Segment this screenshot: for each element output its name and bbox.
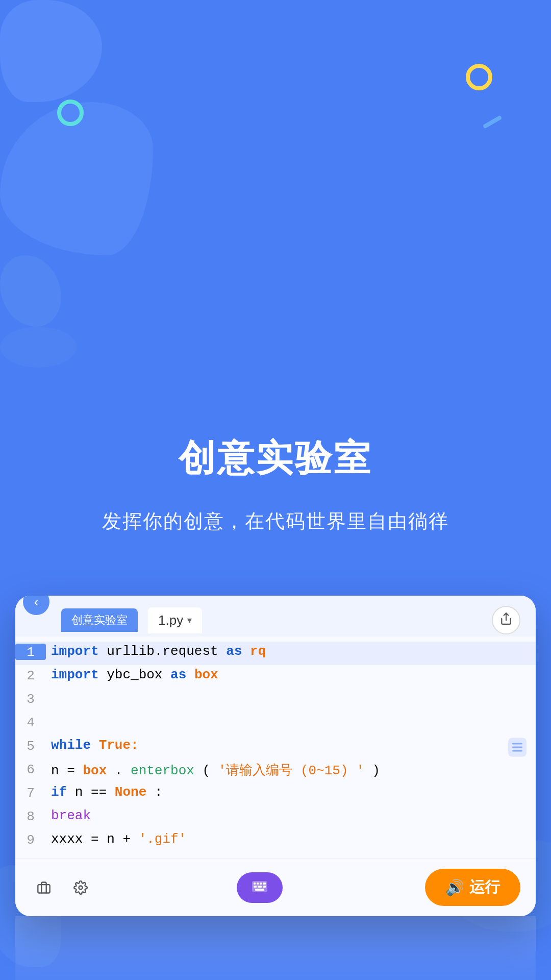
svg-rect-4: [254, 883, 256, 885]
decor-circle-yellow: [466, 64, 492, 90]
back-icon: ‹: [34, 596, 39, 610]
run-label: 运行: [469, 877, 500, 898]
line-number-7: 7: [15, 785, 46, 801]
page-subtitle: 发挥你的创意，在代码世界里自由徜徉: [0, 508, 551, 534]
speaker-icon: 🔊: [445, 878, 464, 896]
header-section: 创意实验室 发挥你的创意，在代码世界里自由徜徉: [0, 368, 551, 534]
briefcase-icon-button[interactable]: [31, 874, 57, 901]
scroll-line: [512, 747, 522, 748]
line-number-4: 4: [15, 714, 46, 730]
code-content-2: import ybc_box as box: [46, 667, 536, 682]
token: as: [226, 644, 242, 659]
svg-rect-10: [263, 886, 266, 888]
card-topbar: ‹ 创意实验室 1.py ▾: [15, 596, 536, 636]
line-number-5: 5: [15, 738, 46, 754]
code-line-6: 6 n = box . enterbox ( '请输入编号 (0~15) ' ): [15, 759, 536, 782]
token: .: [115, 763, 123, 778]
file-name: 1.py: [158, 612, 183, 628]
code-line-3: 3: [15, 689, 536, 712]
run-button[interactable]: 🔊 运行: [425, 869, 520, 906]
decor-circle-cyan: [57, 100, 84, 126]
token: ybc_box: [107, 667, 170, 682]
decor-dash: [483, 115, 503, 129]
token: :: [155, 785, 163, 800]
share-button[interactable]: [492, 606, 520, 634]
token: box: [83, 763, 107, 778]
token: urllib.request: [107, 644, 226, 659]
svg-rect-6: [260, 883, 262, 885]
svg-point-2: [79, 886, 83, 889]
svg-rect-7: [263, 883, 266, 885]
line-number-2: 2: [15, 667, 46, 683]
share-icon: [499, 612, 513, 628]
reflection-section: [0, 916, 551, 980]
svg-rect-8: [254, 886, 257, 888]
editor-card: ‹ 创意实验室 1.py ▾: [15, 596, 536, 916]
chevron-down-icon: ▾: [187, 615, 192, 626]
code-line-2: 2 import ybc_box as box: [15, 665, 536, 689]
token: '请输入编号 (0~15) ': [218, 763, 364, 778]
file-tab[interactable]: 1.py ▾: [148, 607, 202, 633]
code-content-5: while True:: [46, 738, 536, 753]
code-content-6: n = box . enterbox ( '请输入编号 (0~15) ' ): [46, 761, 536, 779]
token: ): [372, 763, 380, 778]
token: if: [51, 785, 67, 800]
line-number-6: 6: [15, 761, 46, 777]
code-content-9: xxxx = n + '.gif': [46, 831, 536, 847]
token: n =: [51, 763, 83, 778]
code-editor: 1 import urllib.request as rq 2 import y…: [15, 636, 536, 858]
page-title: 创意实验室: [0, 434, 551, 483]
token: as: [170, 667, 186, 682]
line-number-3: 3: [15, 691, 46, 707]
left-tools: [31, 874, 94, 901]
token: import: [51, 644, 99, 659]
code-content-7: if n == None :: [46, 785, 536, 800]
token: import: [51, 667, 99, 682]
code-line-4: 4: [15, 712, 536, 736]
token: n ==: [75, 785, 115, 800]
code-line-8: 8 break: [15, 806, 536, 829]
token: while: [51, 738, 91, 753]
code-content-1: import urllib.request as rq: [46, 644, 536, 659]
token: enterbox: [131, 763, 194, 778]
code-line-5: 5 while True:: [15, 736, 536, 759]
token: None: [115, 785, 146, 800]
svg-rect-11: [255, 889, 264, 891]
card-bottom-toolbar: 🔊 运行: [15, 858, 536, 916]
token: box: [194, 667, 218, 682]
scroll-line: [512, 750, 522, 752]
keyboard-icon: [252, 879, 267, 896]
code-content-8: break: [46, 808, 536, 823]
svg-rect-9: [258, 886, 262, 888]
token: xxxx = n +: [51, 831, 139, 847]
token: (: [203, 763, 211, 778]
tab-label: 创意实验室: [61, 608, 138, 632]
line-number-1: 1: [15, 644, 46, 660]
token: '.gif': [139, 831, 187, 847]
card-section: ‹ 创意实验室 1.py ▾: [0, 596, 551, 916]
code-line-1: 1 import urllib.request as rq: [15, 642, 536, 665]
settings-icon-button[interactable]: [67, 874, 94, 901]
line-number-8: 8: [15, 808, 46, 824]
svg-rect-1: [38, 885, 49, 893]
token: True:: [99, 738, 139, 753]
back-button[interactable]: ‹: [23, 596, 49, 615]
token: break: [51, 808, 91, 823]
keyboard-button[interactable]: [237, 872, 283, 903]
code-line-9: 9 xxxx = n + '.gif': [15, 829, 536, 853]
code-line-7: 7 if n == None :: [15, 782, 536, 806]
scroll-hint: [508, 738, 527, 757]
line-number-9: 9: [15, 831, 46, 848]
scroll-line: [512, 743, 522, 745]
svg-rect-5: [257, 883, 259, 885]
token: rq: [250, 644, 266, 659]
